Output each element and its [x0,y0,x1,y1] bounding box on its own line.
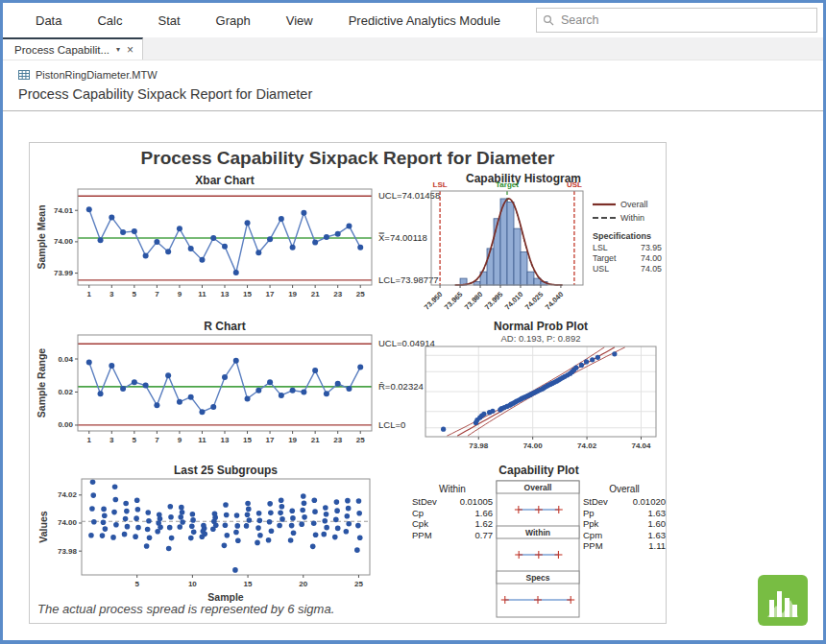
worksheet-grid-icon [18,69,30,81]
svg-text:74.00: 74.00 [523,441,544,450]
svg-text:AD: 0.193, P: 0.892: AD: 0.193, P: 0.892 [501,333,581,344]
menu-data[interactable]: Data [36,13,61,28]
tab-strip: Process Capabilit... ▾ × [3,37,823,60]
svg-text:USL: USL [567,180,582,189]
menu-calc[interactable]: Calc [97,13,122,28]
capability-histogram[interactable]: Capability HistogramLSLUSLTarget73.95073… [418,172,664,320]
menu-view[interactable]: View [286,13,313,28]
r-chart[interactable]: R ChartSample RangeUCL=0.04914R̄=0.02324… [36,320,452,464]
svg-text:R̄=0.02324: R̄=0.02324 [378,381,424,392]
tab-label: Process Capabilit... [14,44,109,56]
menu-bar: Data Calc Stat Graph View Predictive Ana… [3,3,823,37]
minitab-window: Data Calc Stat Graph View Predictive Ana… [0,0,826,644]
svg-text:LSL: LSL [433,180,448,189]
svg-text:73.980: 73.980 [463,290,485,312]
worksheet-row[interactable]: PistonRingDiameter.MTW [3,60,823,83]
stat-row: Cpm1.63 [583,530,666,541]
menu-predictive-analytics-module[interactable]: Predictive Analytics Module [349,13,500,28]
svg-text:73.95: 73.95 [641,243,662,252]
svg-text:Target: Target [593,253,617,263]
xbar-chart[interactable]: Xbar ChartSample MeanUCL=74.01458X̿=74.0… [36,174,452,318]
svg-text:74.010: 74.010 [503,290,525,312]
stat-row: StDev0.01020 [583,496,666,508]
svg-text:74.01: 74.01 [54,206,74,215]
search-box[interactable] [536,8,817,33]
svg-text:5: 5 [133,436,137,444]
svg-text:7: 7 [155,290,159,298]
svg-text:19: 19 [288,290,297,298]
stat-row: Ppk1.60 [583,518,666,530]
menu-stat[interactable]: Stat [158,13,180,28]
svg-text:LSL: LSL [593,243,608,252]
svg-text:Specifications: Specifications [593,231,651,241]
svg-text:73.99: 73.99 [54,269,74,277]
svg-text:USL: USL [593,264,609,274]
stat-row: Pp1.63 [583,508,666,519]
report-title: Process Capability Sixpack Report for Di… [30,148,666,169]
svg-text:21: 21 [311,290,320,298]
svg-text:13: 13 [221,290,230,298]
svg-text:73.950: 73.950 [423,290,445,312]
svg-text:Target: Target [496,180,519,189]
svg-text:R Chart: R Chart [204,320,245,333]
svg-text:Capability Histogram: Capability Histogram [466,172,581,185]
svg-text:73.965: 73.965 [443,290,465,312]
within-stats-block: Within StDev0.01005Cp1.66Cpk1.62PPM0.77 [412,480,493,624]
normal-prob-plot[interactable]: Normal Prob PlotAD: 0.193, P: 0.89273.98… [418,320,664,467]
worksheet-name: PistonRingDiameter.MTW [36,69,158,81]
svg-text:Sample Range: Sample Range [36,348,47,418]
within-heading: Within [412,484,493,494]
stat-row: PPM1.11 [583,540,666,552]
svg-text:74.025: 74.025 [523,290,546,312]
svg-text:17: 17 [266,290,275,298]
svg-text:LCL=0: LCL=0 [378,419,405,430]
svg-text:Last 25 Subgroups: Last 25 Subgroups [174,464,278,477]
svg-text:23: 23 [333,290,342,298]
svg-text:Within: Within [620,213,644,223]
svg-text:3: 3 [109,436,114,444]
search-input[interactable] [561,13,811,27]
svg-text:25: 25 [356,436,365,444]
stat-row: PPM0.77 [412,530,493,541]
last-25-subgroups-chart[interactable]: Last 25 SubgroupsValues73.9874.0074.0251… [36,464,452,619]
svg-text:74.02: 74.02 [577,441,597,450]
overall-heading: Overall [583,484,666,494]
svg-text:Specs: Specs [525,573,549,583]
svg-text:0.04: 0.04 [58,355,73,364]
svg-text:10: 10 [188,580,197,588]
svg-text:0.02: 0.02 [58,388,73,396]
svg-text:15: 15 [243,436,252,444]
svg-text:20: 20 [299,580,307,588]
svg-text:1: 1 [87,290,92,298]
svg-text:Overall: Overall [620,200,648,209]
search-icon [543,14,555,27]
svg-text:Values: Values [37,511,49,542]
header-divider [3,110,823,111]
tab-dropdown-icon[interactable]: ▾ [116,45,120,54]
svg-text:74.05: 74.05 [641,264,662,274]
svg-text:23: 23 [333,436,342,444]
capability-interval-svg: OverallWithinSpecs [494,480,582,624]
output-title: Process Capability Sixpack Report for Di… [3,83,823,110]
tab-process-capability[interactable]: Process Capabilit... ▾ × [3,37,143,60]
svg-text:74.040: 74.040 [544,290,566,312]
svg-text:73.98: 73.98 [58,547,78,556]
svg-text:74.00: 74.00 [58,518,78,527]
svg-text:5: 5 [133,290,137,298]
svg-text:9: 9 [178,436,182,444]
report-panel: Process Capability Sixpack Report for Di… [29,142,667,624]
report-footnote: The actual process spread is represented… [37,602,334,616]
svg-text:15: 15 [244,580,253,588]
svg-text:15: 15 [243,290,252,298]
minitab-logo-icon [758,575,808,630]
menu-graph[interactable]: Graph [216,13,251,28]
capability-plot[interactable]: Capability Plot Within StDev0.01005Cp1.6… [412,464,666,624]
tab-close-icon[interactable]: × [127,43,134,57]
svg-text:11: 11 [198,290,206,298]
svg-text:5: 5 [134,580,139,588]
capability-plot-title: Capability Plot [412,464,666,477]
cap-within-rows: StDev0.01005Cp1.66Cpk1.62PPM0.77 [412,496,493,540]
svg-text:7: 7 [155,436,159,444]
svg-text:Sample Mean: Sample Mean [36,204,47,269]
svg-text:13: 13 [221,436,230,444]
